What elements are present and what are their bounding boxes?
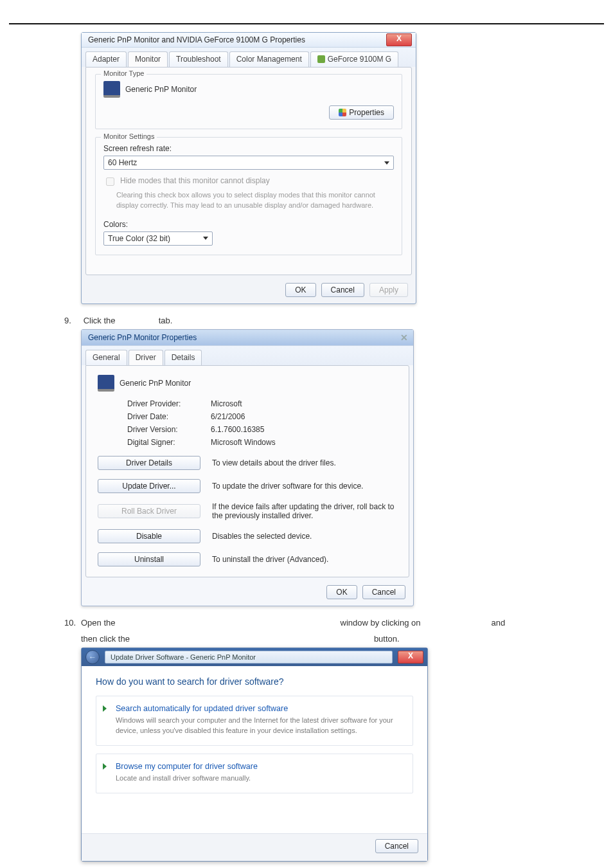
update-driver-desc: To update the driver software for this d… [212, 482, 397, 491]
shield-icon [339, 109, 346, 116]
uninstall-button[interactable]: Uninstall [98, 552, 200, 566]
ok-button[interactable]: OK [285, 283, 315, 297]
tab-driver[interactable]: Driver [129, 350, 163, 365]
arrow-right-icon [103, 705, 107, 712]
refresh-rate-select[interactable]: 60 Hertz [103, 156, 394, 170]
wizard-heading: How do you want to search for driver sof… [96, 676, 413, 687]
dialog-title: Generic PnP Monitor and NVIDIA GeForce 9… [88, 35, 305, 44]
arrow-right-icon [103, 763, 107, 770]
update-driver-button[interactable]: Update Driver... [98, 479, 200, 493]
tab-monitor[interactable]: Monitor [128, 51, 168, 67]
properties-button[interactable]: Properties [329, 105, 394, 120]
ok-button[interactable]: OK [326, 585, 357, 599]
dialog-titlebar: Generic PnP Monitor and NVIDIA GeForce 9… [82, 33, 416, 48]
driver-date-value: 6/21/2006 [211, 412, 245, 421]
step-10-line1: 10. Open the window by clicking on and [64, 618, 604, 628]
option-search-automatically[interactable]: Search automatically for updated driver … [96, 696, 413, 746]
dialog-titlebar: Generic PnP Monitor Properties ✕ [82, 330, 413, 346]
step-10-line2: then click the button. [81, 634, 604, 644]
cancel-button[interactable]: Cancel [321, 283, 364, 297]
update-driver-wizard-dialog: ← Update Driver Software - Generic PnP M… [81, 647, 428, 862]
cancel-button[interactable]: Cancel [375, 839, 418, 853]
disable-button[interactable]: Disable [98, 529, 200, 543]
colors-label: Colors: [103, 220, 394, 229]
driver-date-label: Driver Date: [127, 412, 198, 421]
option-desc: Locate and install driver software manua… [116, 773, 404, 784]
driver-details-desc: To view details about the driver files. [212, 458, 397, 467]
close-icon[interactable]: X [386, 33, 412, 46]
option-title: Search automatically for updated driver … [116, 704, 404, 713]
step-9: 9. Click the tab. [64, 316, 604, 325]
roll-back-driver-desc: If the device fails after updating the d… [212, 502, 397, 520]
tab-strip: General Driver Details [82, 346, 413, 365]
driver-provider-label: Driver Provider: [127, 399, 198, 408]
driver-version-value: 6.1.7600.16385 [211, 425, 264, 434]
tab-details[interactable]: Details [164, 350, 202, 365]
driver-version-label: Driver Version: [127, 425, 198, 434]
tab-troubleshoot[interactable]: Troubleshoot [169, 51, 228, 67]
option-browse-my-computer[interactable]: Browse my computer for driver software L… [96, 754, 413, 793]
page-divider [9, 23, 604, 24]
tab-general[interactable]: General [85, 350, 127, 365]
colors-select[interactable]: True Color (32 bit) [103, 231, 213, 246]
dialog-title: Generic PnP Monitor Properties [88, 333, 197, 342]
chevron-down-icon [203, 237, 208, 240]
cancel-button[interactable]: Cancel [362, 585, 405, 599]
close-icon[interactable]: ✕ [399, 332, 409, 343]
monitor-properties-dialog: Generic PnP Monitor and NVIDIA GeForce 9… [81, 32, 416, 304]
driver-provider-value: Microsoft [211, 399, 242, 408]
close-icon[interactable]: X [398, 651, 423, 664]
monitor-name: Generic PnP Monitor [125, 85, 197, 94]
driver-details-button[interactable]: Driver Details [98, 456, 200, 470]
monitor-icon [98, 375, 114, 392]
breadcrumb: Update Driver Software - Generic PnP Mon… [105, 651, 393, 664]
group-monitor-settings: Monitor Settings [101, 132, 157, 140]
monitor-icon [103, 81, 120, 98]
option-title: Browse my computer for driver software [116, 762, 404, 771]
tab-geforce[interactable]: GeForce 9100M G [310, 51, 398, 67]
back-icon[interactable]: ← [85, 650, 100, 664]
apply-button: Apply [369, 283, 408, 297]
nvidia-icon [317, 55, 325, 63]
hide-modes-checkbox[interactable] [106, 177, 114, 186]
group-monitor-type: Monitor Type [101, 69, 147, 77]
wizard-titlebar: ← Update Driver Software - Generic PnP M… [82, 648, 427, 666]
refresh-rate-label: Screen refresh rate: [103, 144, 394, 153]
option-desc: Windows will search your computer and th… [116, 716, 404, 736]
device-name: Generic PnP Monitor [120, 379, 191, 388]
roll-back-driver-button: Roll Back Driver [98, 504, 200, 518]
hide-modes-label: Hide modes that this monitor cannot disp… [120, 176, 270, 185]
chevron-down-icon [384, 161, 389, 165]
tab-color-management[interactable]: Color Management [229, 51, 309, 67]
tab-adapter[interactable]: Adapter [85, 51, 127, 67]
pnp-monitor-properties-dialog: Generic PnP Monitor Properties ✕ General… [81, 329, 414, 606]
digital-signer-label: Digital Signer: [127, 438, 198, 447]
digital-signer-value: Microsoft Windows [211, 438, 276, 447]
tab-strip: Adapter Monitor Troubleshoot Color Manag… [82, 48, 416, 67]
uninstall-desc: To uninstall the driver (Advanced). [212, 555, 397, 564]
disable-desc: Disables the selected device. [212, 532, 397, 541]
hide-modes-help: Clearing this check box allows you to se… [116, 190, 394, 211]
